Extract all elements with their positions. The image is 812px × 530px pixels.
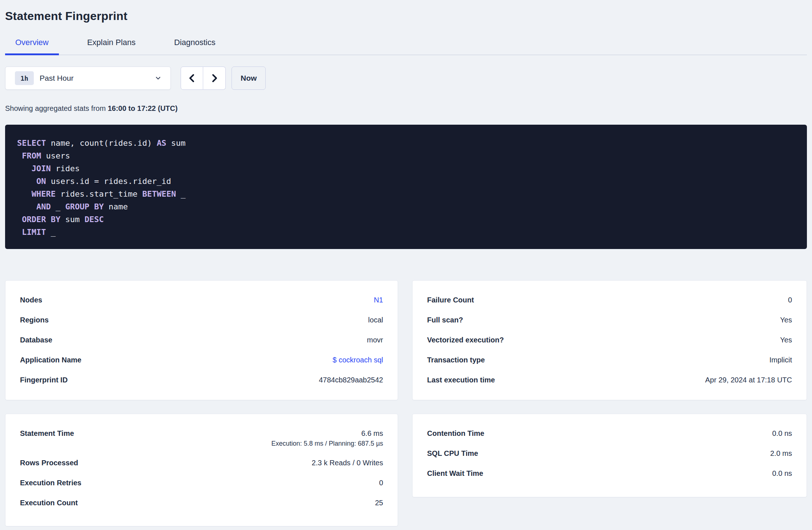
- stats-range: 16:00 to 17:22 (UTC): [108, 104, 177, 112]
- code-token: [17, 228, 22, 237]
- row-label: Regions: [20, 310, 49, 330]
- execution-attributes-card: Failure Count 0 Full scan? Yes Vectorize…: [412, 280, 807, 400]
- code-token: sum: [60, 215, 84, 224]
- code-token: JOIN: [32, 164, 51, 173]
- info-row: Transaction type Implicit: [427, 350, 792, 370]
- interval-nav-group: [181, 67, 226, 90]
- row-label: Failure Count: [427, 290, 474, 310]
- row-label: SQL CPU Time: [427, 443, 478, 463]
- code-token: AND: [36, 202, 51, 211]
- row-value[interactable]: N1: [374, 290, 383, 310]
- statement-time-rows: Statement Time 6.6 msExecution: 5.8 ms /…: [20, 423, 383, 513]
- row-value: Yes: [780, 330, 792, 350]
- row-label: Execution Retries: [20, 473, 81, 493]
- code-token: SELECT: [17, 138, 46, 148]
- row-value: 2.0 ms: [770, 443, 792, 463]
- row-label: Application Name: [20, 350, 81, 370]
- time-controls: 1h Past Hour: [5, 67, 807, 90]
- info-row: Fingerprint ID 4784cb829aab2542: [20, 370, 383, 390]
- code-token: _: [46, 228, 56, 237]
- code-token: FROM: [22, 151, 41, 160]
- row-value: Implicit: [769, 350, 792, 370]
- row-value: Yes: [780, 310, 792, 330]
- aggregated-stats-text: Showing aggregated stats from 16:00 to 1…: [5, 104, 807, 113]
- row-label: Transaction type: [427, 350, 485, 370]
- code-line: AND _ GROUP BY name: [17, 200, 795, 213]
- row-value[interactable]: $ cockroach sql: [333, 350, 383, 370]
- summary-cards: Nodes N1 Regions local Database movr: [5, 280, 807, 526]
- info-row: Full scan? Yes: [427, 310, 792, 330]
- info-row: SQL CPU Time 2.0 ms: [427, 443, 792, 463]
- info-row: Client Wait Time 0.0 ns: [427, 463, 792, 483]
- chevron-left-icon: [188, 73, 196, 83]
- row-value: 0: [788, 290, 792, 310]
- time-range-label: Past Hour: [40, 74, 73, 83]
- row-value: 0: [379, 473, 383, 493]
- row-label: Nodes: [20, 290, 42, 310]
- row-value: 0.0 ns: [772, 463, 792, 483]
- info-row: Execution Count 25: [20, 493, 383, 513]
- code-line: WHERE rides.start_time BETWEEN _: [17, 188, 795, 200]
- row-label: Rows Processed: [20, 453, 78, 473]
- wait-times-rows: Contention Time 0.0 ns SQL CPU Time 2.0 …: [427, 423, 792, 483]
- code-line: ORDER BY sum DESC: [17, 213, 795, 226]
- chevron-down-icon: [154, 75, 162, 82]
- now-button[interactable]: Now: [232, 67, 266, 90]
- code-token: GROUP BY: [65, 202, 104, 211]
- row-value: local: [368, 310, 383, 330]
- info-row: Application Name $ cockroach sql: [20, 350, 383, 370]
- code-token: rides.start_time: [56, 189, 142, 198]
- code-token: name, count(rides.id): [46, 138, 157, 148]
- row-value: 25: [375, 493, 383, 513]
- tab-label: Explain Plans: [87, 38, 136, 47]
- code-token: [17, 164, 32, 173]
- tab-explain-plans[interactable]: Explain Plans: [77, 38, 146, 55]
- row-label: Client Wait Time: [427, 463, 483, 483]
- code-token: DESC: [84, 215, 104, 224]
- code-token: sum: [166, 138, 186, 148]
- code-token: [17, 189, 32, 198]
- row-label: Vectorized execution?: [427, 330, 504, 350]
- statement-fingerprint-page: Statement Fingerprint Overview Explain P…: [0, 0, 812, 530]
- next-interval-button[interactable]: [203, 67, 226, 90]
- tab-overview[interactable]: Overview: [5, 38, 59, 55]
- execution-attributes-rows: Failure Count 0 Full scan? Yes Vectorize…: [427, 290, 792, 390]
- wait-times-card: Contention Time 0.0 ns SQL CPU Time 2.0 …: [412, 414, 807, 497]
- row-subvalue: Execution: 5.8 ms / Planning: 687.5 µs: [271, 439, 383, 453]
- code-token: [17, 151, 22, 160]
- row-label: Database: [20, 330, 52, 350]
- info-row: Contention Time 0.0 ns: [427, 423, 792, 443]
- info-row: Rows Processed 2.3 k Reads / 0 Writes: [20, 453, 383, 473]
- tab-label: Overview: [15, 38, 49, 47]
- row-value: 4784cb829aab2542: [319, 370, 383, 390]
- info-row: Vectorized execution? Yes: [427, 330, 792, 350]
- tab-bar: Overview Explain Plans Diagnostics: [5, 38, 807, 55]
- prev-interval-button[interactable]: [181, 67, 203, 90]
- code-token: name: [104, 202, 128, 211]
- statement-details-card: Nodes N1 Regions local Database movr: [5, 280, 398, 400]
- sql-statement-box: SELECT name, count(rides.id) AS sum FROM…: [5, 125, 807, 249]
- info-row: Regions local: [20, 310, 383, 330]
- code-token: ON: [36, 177, 46, 186]
- code-token: _: [176, 189, 186, 198]
- info-row: Statement Time 6.6 msExecution: 5.8 ms /…: [20, 423, 383, 453]
- tab-diagnostics[interactable]: Diagnostics: [164, 38, 226, 55]
- statement-details-rows: Nodes N1 Regions local Database movr: [20, 290, 383, 390]
- code-token: users.id = rides.rider_id: [46, 177, 171, 186]
- row-value: 0.0 ns: [772, 423, 792, 443]
- code-token: AS: [157, 138, 166, 148]
- info-row: Database movr: [20, 330, 383, 350]
- code-token: [17, 215, 22, 224]
- info-row: Execution Retries 0: [20, 473, 383, 493]
- row-value: Apr 29, 2024 at 17:18 UTC: [705, 370, 792, 390]
- row-label: Statement Time: [20, 423, 74, 443]
- code-line: ON users.id = rides.rider_id: [17, 175, 795, 188]
- info-row: Last execution time Apr 29, 2024 at 17:1…: [427, 370, 792, 390]
- row-label: Contention Time: [427, 423, 484, 443]
- row-value: movr: [367, 330, 383, 350]
- time-range-select[interactable]: 1h Past Hour: [5, 67, 171, 90]
- time-range-badge: 1h: [15, 71, 34, 85]
- page-title: Statement Fingerprint: [5, 9, 807, 23]
- code-line: LIMIT _: [17, 226, 795, 238]
- code-line: FROM users: [17, 149, 795, 162]
